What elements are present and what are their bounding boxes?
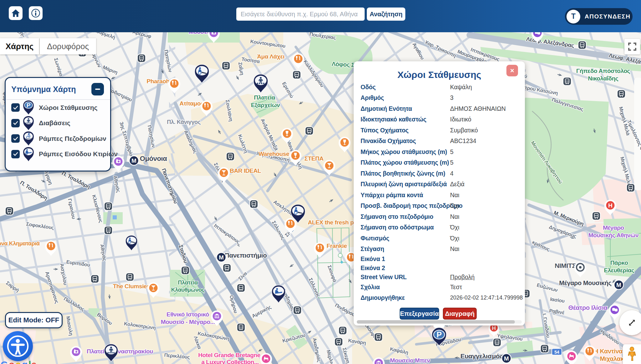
svg-text:l: l xyxy=(28,359,31,364)
svg-text:Πάρκο: Πάρκο xyxy=(610,259,628,266)
svg-text:Μουσείο - Μέγαρο...: Μουσείο - Μέγαρο... xyxy=(161,319,215,325)
svg-text:Εθνικό Ιστορικό: Εθνικό Ιστορικό xyxy=(167,311,209,318)
svg-text:ΣΤΕΠΑ: ΣΤΕΠΑ xyxy=(304,155,324,162)
svg-text:Πλατεία: Πλατεία xyxy=(178,279,198,286)
svg-text:Ευαγγελισμός: Ευαγγελισμός xyxy=(460,352,503,360)
svg-text:H: H xyxy=(608,202,613,209)
svg-text:Pharaoh: Pharaoh xyxy=(146,78,169,85)
svg-text:a Luxury Collection...: a Luxury Collection... xyxy=(201,359,259,364)
svg-text:Frankie: Frankie xyxy=(327,243,347,249)
svg-text:Εξαρχείων: Εξαρχείων xyxy=(251,102,280,109)
svg-text:Κλαυθμώνος: Κλαυθμώνος xyxy=(171,287,205,293)
svg-text:Η Καντίνα τ: Η Καντίνα τ xyxy=(594,348,627,355)
svg-text:P: P xyxy=(27,102,31,109)
svg-text:Ατίταμος: Ατίταμος xyxy=(179,100,204,107)
svg-text:54: 54 xyxy=(554,350,559,355)
svg-text:Μέγαρο Μουσικής: Μέγαρο Μουσικής xyxy=(559,279,612,286)
svg-text:Πλατεία Μοναστηρακίου: Πλατεία Μοναστηρακίου xyxy=(87,348,153,355)
svg-text:Μουσείο Μπεν: Μουσείο Μπεν xyxy=(390,357,430,364)
svg-text:Μέγαρο: Μέγαρο xyxy=(603,224,624,231)
svg-text:BAR IDEAL: BAR IDEAL xyxy=(230,167,261,174)
svg-text:Πλατεία: Πλατεία xyxy=(254,94,275,101)
svg-text:Νικολαΐδης: Νικολαΐδης xyxy=(588,75,618,82)
svg-text:Hotel Grande Bretagne,: Hotel Grande Bretagne, xyxy=(198,352,262,358)
svg-text:Πανεπιστήμιο: Πανεπιστήμιο xyxy=(225,252,267,259)
svg-text:Θέατρο Ιλίσια: Θέατρο Ιλίσια xyxy=(568,304,608,311)
svg-text:ΝΙΜΙΤΣ: ΝΙΜΙΤΣ xyxy=(555,262,576,269)
svg-text:Ομόνοια: Ομόνοια xyxy=(140,155,167,162)
svg-text:Γήπεδο Απόστολος: Γήπεδο Απόστολος xyxy=(576,68,630,74)
svg-text:e: e xyxy=(31,359,37,364)
svg-text:H: H xyxy=(492,325,496,331)
svg-text:Πλ. Κάνιγγος: Πλ. Κάνιγγος xyxy=(167,119,200,125)
svg-text:The Clumsies: The Clumsies xyxy=(113,283,150,290)
svg-text:Άμα Λάχει: Άμα Λάχει xyxy=(257,53,285,60)
svg-text:ρνα Κληματαριά: ρνα Κληματαριά xyxy=(0,240,40,247)
svg-text:Ελευθερίας: Ελευθερίας xyxy=(604,267,634,274)
svg-text:G: G xyxy=(1,359,8,364)
svg-text:Warehouse: Warehouse xyxy=(259,151,289,157)
svg-text:Μουσικής Αθηνών: Μουσικής Αθηνών xyxy=(588,232,638,238)
